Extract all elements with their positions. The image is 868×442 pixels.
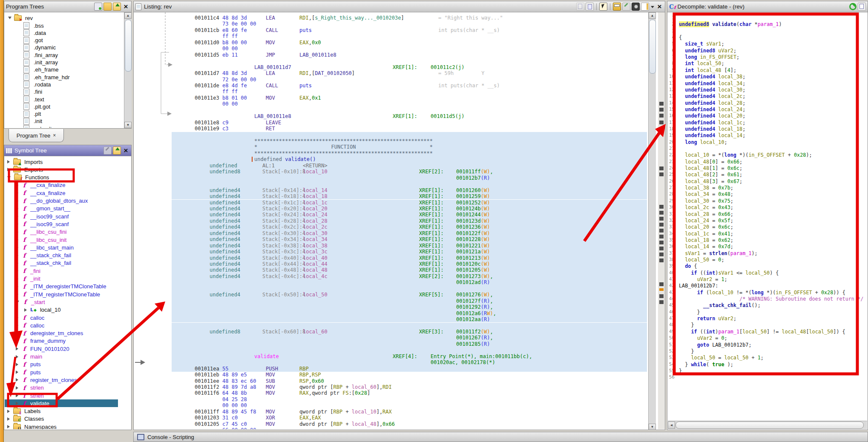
- symbol-tree-item-register-tm-clones[interactable]: fregister_tm_clones: [16, 376, 77, 384]
- symbol-tree-item-strlen[interactable]: fstrlen: [16, 392, 44, 399]
- chevron-down-icon[interactable]: [16, 301, 19, 303]
- listing-row[interactable]: 0010120331 c0XOREAX,EAX: [134, 415, 647, 421]
- tree-item-section[interactable]: .plt.got: [23, 103, 50, 110]
- decompile-line[interactable]: } while( true );: [679, 362, 733, 368]
- listing-row[interactable]: validateXREF[4]:Entry Point(*), main:001…: [134, 353, 647, 359]
- copy-icon[interactable]: [576, 3, 584, 11]
- tree-item-section[interactable]: .rela.plt: [23, 125, 52, 128]
- chevron-right-icon[interactable]: [16, 324, 18, 327]
- decompile-line[interactable]: local_28 = 0x66;: [679, 211, 733, 218]
- listing-row[interactable]: ff ff: [134, 33, 647, 39]
- symbol-tree-item-local-10[interactable]: Llocal_10: [24, 306, 60, 314]
- decompile-line[interactable]: long local_10;: [679, 139, 727, 146]
- decompile-line[interactable]: local_48[1] = 0x6c;: [679, 165, 742, 172]
- change-mark[interactable]: [659, 294, 664, 298]
- chevron-right-icon[interactable]: [24, 308, 27, 312]
- tree-item-section[interactable]: .fini_array: [23, 51, 58, 59]
- symbol-tree-item--init[interactable]: f_init: [16, 275, 40, 283]
- listing-row[interactable]: [134, 58, 647, 64]
- change-mark[interactable]: [659, 241, 664, 244]
- decompile-line[interactable]: }: [679, 348, 694, 355]
- chevron-right-icon[interactable]: [16, 363, 18, 366]
- symbol-tree-item--stack-chk-fail[interactable]: f__stack_chk_fail: [16, 259, 71, 267]
- listing-row[interactable]: undefined4Stack[-0x20]:4local_20XREF[1]:…: [134, 206, 647, 212]
- tree-item-section[interactable]: .got: [23, 37, 43, 44]
- decompile-line[interactable]: goto LAB_001012b7;: [679, 342, 752, 348]
- listing-row[interactable]: 001011f248 89 7d a8MOVqword ptr [RBP + l…: [134, 384, 647, 390]
- decompile-line[interactable]: uVar2 = 0;: [679, 335, 727, 342]
- chevron-right-icon[interactable]: [16, 207, 18, 210]
- tree-item-section[interactable]: .text: [23, 95, 44, 103]
- change-mark[interactable]: [659, 102, 664, 106]
- byte-viewer-icon[interactable]: [613, 3, 621, 11]
- chevron-right-icon[interactable]: [16, 293, 18, 296]
- open-folder-icon[interactable]: [103, 3, 112, 11]
- chevron-right-icon[interactable]: [16, 269, 18, 273]
- listing-row[interactable]: undefined8Stack[-0x10]:8local_10XREF[2]:…: [134, 169, 647, 175]
- chevron-right-icon[interactable]: [16, 199, 18, 203]
- listing-row[interactable]: [134, 107, 647, 113]
- symbol-tree-item--isoc99-scanf[interactable]: f__isoc99_scanf: [16, 220, 69, 228]
- chevron-right-icon[interactable]: [16, 285, 18, 288]
- chevron-right-icon[interactable]: [16, 261, 18, 265]
- chevron-right-icon[interactable]: [16, 222, 18, 226]
- symbol-tree-item-namespaces[interactable]: ()Namespaces: [7, 423, 57, 429]
- listing-row[interactable]: [134, 286, 647, 292]
- chevron-right-icon[interactable]: [16, 402, 18, 405]
- decompile-line[interactable]: undefined4 local_34;: [679, 80, 745, 87]
- listing-row[interactable]: undefined4Stack[-0x3c]:4local_3cXREF[1]:…: [134, 249, 647, 255]
- change-mark[interactable]: [659, 172, 664, 176]
- change-mark[interactable]: [659, 205, 664, 209]
- chevron-right-icon[interactable]: [16, 347, 18, 350]
- chevron-right-icon[interactable]: [7, 168, 10, 171]
- chevron-right-icon[interactable]: [16, 277, 18, 281]
- decompile-line[interactable]: local_48[0] = 0x66;: [679, 159, 742, 165]
- listing-row[interactable]: 00 00 00: [134, 402, 647, 408]
- listing-row[interactable]: ****************************************…: [134, 150, 647, 156]
- listing-row[interactable]: 0010127f(R),: [134, 298, 647, 304]
- decompile-line[interactable]: if (local_10 != *(long *)(in_FS_OFFSET +…: [679, 290, 845, 296]
- listing-row[interactable]: undefined4Stack[-0x18]:4local_18XREF[1]:…: [134, 193, 647, 199]
- chevron-right-icon[interactable]: [16, 246, 18, 249]
- console-bar[interactable]: Console - Scripting: [133, 432, 868, 442]
- listing-row[interactable]: undefined validate(): [134, 156, 647, 162]
- listing-row[interactable]: undefined4Stack[-0x38]:4local_38XREF[1]:…: [134, 243, 647, 249]
- tree-item-section[interactable]: .data: [23, 29, 46, 37]
- listing-row[interactable]: [134, 323, 647, 329]
- decompile-line[interactable]: }: [679, 309, 700, 316]
- change-mark[interactable]: [659, 229, 664, 232]
- chevron-right-icon[interactable]: [7, 160, 10, 164]
- listing-row[interactable]: undefinedAL:1<RETURN>: [134, 163, 647, 169]
- chevron-right-icon[interactable]: [16, 332, 18, 335]
- symbol-tree-item--cxa-finalize[interactable]: f__cxa_finalize: [16, 189, 65, 197]
- chevron-right-icon[interactable]: [7, 410, 10, 413]
- symbol-tree-item-imports[interactable]: ▲Imports: [7, 158, 43, 166]
- symbol-tree-item--gmon-start-[interactable]: f__gmon_start__: [16, 205, 70, 212]
- scroll-down-icon[interactable]: ▼: [649, 424, 656, 430]
- decompile-line[interactable]: }: [679, 322, 694, 328]
- edit-icon[interactable]: [622, 3, 630, 11]
- decompile-header[interactable]: Cf Decompile: validate - (rev): [667, 1, 868, 12]
- decompile-line[interactable]: local_14 = 0x7d;: [679, 244, 733, 250]
- tree-item-section[interactable]: .init_array: [23, 59, 58, 66]
- listing-row[interactable]: * FUNCTION *: [134, 144, 647, 150]
- symbol-tree-item-classes[interactable]: CClasses: [7, 415, 44, 423]
- listing-row[interactable]: 001011dee8 4d feCALLputsint puts(char * …: [134, 83, 647, 89]
- chevron-right-icon[interactable]: [16, 339, 18, 343]
- decompile-line[interactable]: local_1c = 0x41;: [679, 231, 733, 237]
- close-icon[interactable]: [122, 3, 129, 10]
- listing-row[interactable]: 001011ff48 89 45 f8MOVqword ptr [RBP + l…: [134, 409, 647, 415]
- chevron-right-icon[interactable]: [16, 378, 18, 382]
- tab-close-icon[interactable]: ×: [53, 132, 56, 138]
- change-mark[interactable]: [659, 247, 664, 250]
- change-mark[interactable]: [659, 223, 664, 227]
- chevron-down-icon[interactable]: [8, 17, 11, 19]
- listing-row[interactable]: undefined4Stack[-0x44]:4local_44XREF[1]:…: [134, 261, 647, 267]
- decompile-line[interactable]: undefined4 local_28;: [679, 100, 745, 106]
- chevron-right-icon[interactable]: [16, 215, 18, 218]
- symbol-tree-item-calloc[interactable]: fcalloc: [16, 314, 44, 321]
- listing-row[interactable]: undefined4Stack[-0x2c]:4local_2cXREF[1]:…: [134, 224, 647, 230]
- tree-item-section[interactable]: .rodata: [23, 80, 51, 88]
- listing-row[interactable]: undefined4Stack[-0x50]:4local_50XREF[5]:…: [134, 292, 647, 298]
- overview-margin[interactable]: [658, 12, 665, 429]
